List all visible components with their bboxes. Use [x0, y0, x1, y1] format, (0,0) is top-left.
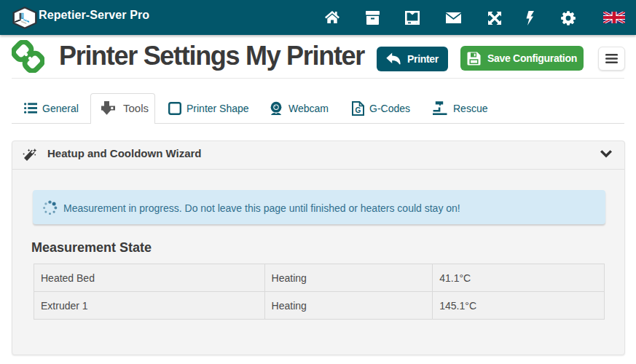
svg-text:G: G: [356, 106, 361, 114]
